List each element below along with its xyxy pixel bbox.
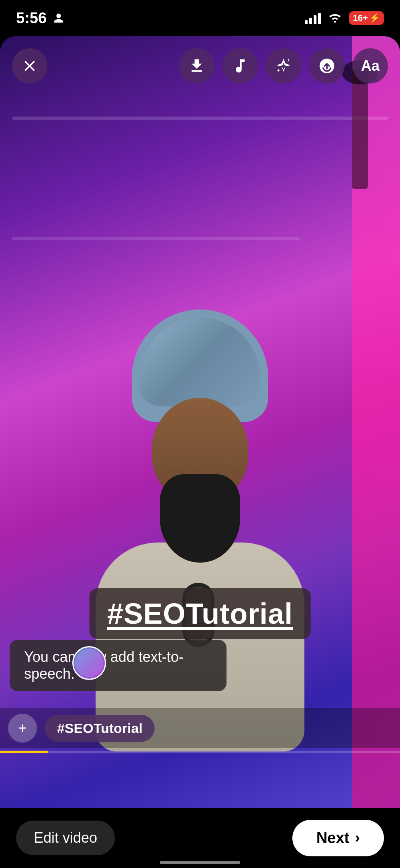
person-icon <box>53 12 64 24</box>
toolbar-icons: Aa <box>179 48 388 84</box>
next-label: Next <box>316 829 349 847</box>
signal-bar-1 <box>305 20 308 24</box>
status-time: 5:56 <box>16 10 64 27</box>
wifi-icon <box>328 11 342 25</box>
lamp-stand <box>352 68 368 189</box>
effects-button[interactable] <box>266 48 301 84</box>
status-right: 16+ ⚡ <box>305 11 384 25</box>
effects-icon <box>275 57 292 75</box>
music-button[interactable] <box>222 48 258 84</box>
tts-tooltip: You can now add text-to-speech. <box>10 640 227 691</box>
progress-bar-fill <box>0 751 48 753</box>
battery-level: 16+ <box>353 13 368 23</box>
close-button[interactable] <box>12 48 47 84</box>
sticker-icon <box>318 57 336 75</box>
tag-bar: + #SEOTutorial <box>0 708 400 748</box>
add-tag-button[interactable]: + <box>8 714 37 743</box>
time-display: 5:56 <box>16 10 47 27</box>
edit-video-button[interactable]: Edit video <box>16 821 115 855</box>
plus-icon: + <box>18 721 27 735</box>
shelf-2 <box>12 237 300 240</box>
hashtag-text: #SEOTutorial <box>107 598 293 630</box>
home-indicator <box>160 861 240 864</box>
download-icon <box>188 57 206 75</box>
shelf-1 <box>12 117 388 120</box>
download-button[interactable] <box>179 48 214 84</box>
progress-bar-container[interactable] <box>0 751 400 753</box>
next-chevron-icon: › <box>355 829 360 846</box>
close-icon <box>21 57 39 75</box>
battery-badge: 16+ ⚡ <box>349 11 384 25</box>
hashtag-overlay[interactable]: #SEOTutorial <box>90 588 311 639</box>
main-content: Aa #SEOTutorial You can now add text-to-… <box>0 36 400 808</box>
next-button[interactable]: Next › <box>292 820 384 856</box>
signal-bar-2 <box>309 18 312 24</box>
tag-pill[interactable]: #SEOTutorial <box>45 715 155 742</box>
battery-icon: ⚡ <box>369 13 380 23</box>
sticker-button[interactable] <box>309 48 345 84</box>
tag-pill-text: #SEOTutorial <box>57 721 143 736</box>
status-bar: 5:56 16+ ⚡ <box>0 0 400 36</box>
signal-bar-4 <box>318 13 321 24</box>
bottom-bar: Edit video Next › <box>0 808 400 868</box>
toolbar: Aa <box>0 48 400 84</box>
signal-bars <box>305 12 321 24</box>
music-icon <box>231 57 249 75</box>
text-button[interactable]: Aa <box>353 48 388 84</box>
text-icon: Aa <box>361 57 380 74</box>
avatar <box>72 646 106 680</box>
signal-bar-3 <box>314 15 316 24</box>
edit-video-label: Edit video <box>34 829 97 846</box>
beard <box>160 474 240 563</box>
avatar-inner <box>75 649 103 677</box>
